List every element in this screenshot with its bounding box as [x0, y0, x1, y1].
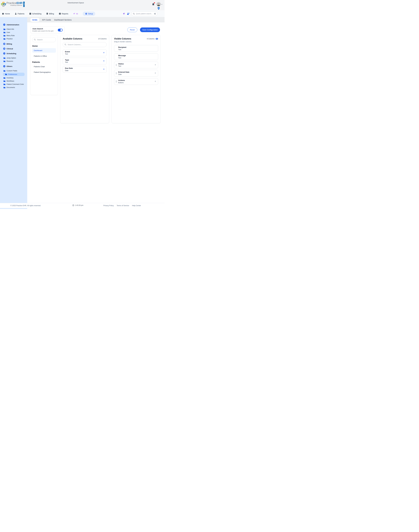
calendar-icon — [29, 13, 31, 15]
folder-icon — [5, 74, 7, 75]
expand-icon — [3, 48, 5, 50]
folder-icon — [3, 32, 5, 33]
visible-column-actions[interactable]: Actions Buttons ✕ — [114, 78, 158, 85]
grid-nav-item-patients-chart[interactable]: Patients Chart — [32, 64, 56, 69]
search-filter-icon[interactable] — [154, 13, 156, 15]
folder-icon — [3, 57, 5, 59]
remove-column-icon[interactable]: ✕ — [155, 80, 156, 82]
sidebar-item-user[interactable]: User — [0, 31, 27, 34]
app-logo[interactable]: Practice EHR Simplifying Healthcare Pro — [1, 1, 25, 7]
sidebar-item-reasons[interactable]: Reasons — [0, 60, 27, 63]
remove-column-icon[interactable]: ✕ — [155, 64, 156, 66]
notification-dot — [154, 2, 155, 3]
expand-icon — [3, 43, 5, 45]
grid-nav-item-dashboard[interactable]: Dashboard — [32, 48, 56, 53]
link-terms-of-service[interactable]: Terms of Service — [117, 205, 129, 206]
sidebar-item-custom-fields[interactable]: Custom Fields — [0, 69, 27, 72]
sidebar-item-preferences[interactable]: Preferences — [3, 73, 25, 76]
sidebar-item-inventory[interactable]: Inventory — [0, 76, 27, 79]
drag-handle-icon[interactable] — [116, 64, 117, 66]
grid-nav-panel: Home Dashboard Patients in Office Patien… — [30, 35, 58, 95]
search-icon — [34, 38, 36, 41]
app-footer: © 2025 Practice EHR. All rights reserved… — [0, 203, 165, 208]
save-configuration-button[interactable]: Save Configuration — [140, 27, 160, 32]
location-pin-icon[interactable] — [157, 7, 160, 10]
folder-icon — [3, 80, 5, 82]
sidebar-section-billing[interactable]: Billing — [0, 43, 27, 45]
sidebar-item-documents[interactable]: Documents — [0, 86, 27, 89]
sidebar-item-jump-option[interactable]: Jump Option — [0, 56, 27, 60]
grid-nav-item-patients-in-office[interactable]: Patients in Office — [32, 54, 56, 58]
folder-icon — [3, 87, 5, 89]
eye-icon[interactable] — [156, 38, 158, 40]
available-column-due-date[interactable]: Due Date Date + — [63, 66, 107, 73]
home-icon — [2, 13, 4, 15]
drag-handle-icon[interactable] — [116, 72, 117, 74]
nav-item-reports[interactable]: Reports — [59, 13, 68, 15]
user-avatar[interactable] — [157, 2, 161, 6]
ai-assist-sparkle-icon[interactable] — [123, 13, 125, 15]
visible-column-entered-date[interactable]: Entered Date Date ✕ — [114, 70, 158, 76]
folder-icon — [3, 77, 5, 79]
patients-icon — [15, 13, 17, 15]
nav-item-home[interactable]: Home — [2, 13, 10, 15]
nav-item-ai[interactable]: AI — [73, 13, 78, 15]
nav-item-billing[interactable]: $ Billing — [46, 13, 54, 15]
drag-handle-icon[interactable] — [116, 80, 117, 83]
grid-nav-item-patient-demographics[interactable]: Patient Demographics — [32, 70, 56, 74]
quick-patient-search — [131, 12, 157, 16]
sidebar-item-patient-comment-color[interactable]: Patient Comment Color — [0, 83, 27, 86]
available-columns-panel: Available Columns 10 Columns Event Text … — [60, 35, 109, 123]
setup-tab-bar: Grids KPI Cards Dashboard Sections — [27, 17, 165, 22]
grid-nav-search — [32, 37, 56, 42]
reset-button[interactable]: Reset — [127, 27, 137, 32]
auto-search-toggle[interactable] — [58, 29, 63, 31]
group-heading-home: Home — [32, 45, 56, 47]
sidebar-item-practice[interactable]: Practice — [0, 37, 27, 40]
tab-grids[interactable]: Grids — [30, 18, 39, 22]
tab-dashboard-sections[interactable]: Dashboard Sections — [54, 18, 72, 22]
visible-columns-title: Visible Columns — [114, 38, 131, 40]
group-heading-patients: Patients — [32, 61, 56, 63]
add-column-icon[interactable]: + — [103, 51, 105, 54]
columns-search-input[interactable] — [63, 42, 107, 47]
auto-search-card: Auto Search Enable auto search for the g… — [30, 26, 65, 33]
notification-bell-icon[interactable] — [152, 3, 155, 6]
sidebar-item-menu-role[interactable]: Menu Role — [0, 34, 27, 37]
logo-text-ehr: EHR — [16, 1, 22, 5]
visible-column-recipient[interactable]: Recipient Text — [114, 45, 158, 52]
app-header: Practice EHR Simplifying Healthcare Pro … — [0, 0, 165, 10]
logo-text-practice: Practice — [6, 1, 16, 5]
nav-item-setup[interactable]: Setup — [83, 12, 95, 16]
quick-patient-search-input[interactable] — [131, 12, 157, 16]
link-privacy-policy[interactable]: Privacy Policy — [103, 205, 114, 206]
sidebar-section-others[interactable]: Others — [0, 65, 27, 67]
add-column-icon[interactable]: + — [103, 60, 105, 62]
sidebar-item-workflows[interactable]: Workflows — [0, 79, 27, 83]
collapse-icon — [3, 65, 5, 67]
available-column-type[interactable]: Type Text + — [63, 58, 107, 64]
search-icon — [133, 13, 135, 15]
available-column-event[interactable]: Event Text + — [63, 50, 107, 56]
clock-icon — [72, 204, 74, 206]
search-icon — [64, 43, 66, 46]
add-patient-icon[interactable] — [127, 13, 130, 15]
visible-column-status[interactable]: Status Text ✕ — [114, 62, 158, 68]
sidebar-section-administration[interactable]: Administration — [0, 24, 27, 26]
folder-icon — [3, 38, 5, 40]
sidebar-item-client-info[interactable]: Client Info — [0, 28, 27, 31]
nav-item-patients[interactable]: Patients — [15, 13, 25, 15]
add-column-icon[interactable]: + — [103, 68, 105, 71]
visible-column-message[interactable]: Message Text — [114, 53, 158, 60]
link-help-center[interactable]: Help Center — [132, 205, 141, 206]
sidebar-section-scheduling[interactable]: Scheduling — [0, 52, 27, 54]
main-content: Auto Search Enable auto search for the g… — [27, 22, 165, 203]
reports-icon — [59, 13, 61, 15]
nav-item-scheduling[interactable]: Scheduling — [29, 13, 41, 15]
visible-columns-panel: Visible Columns 8 Columns Drag to reorde… — [112, 35, 161, 123]
chevron-down-icon[interactable] — [161, 3, 163, 5]
collapse-icon — [3, 24, 5, 26]
tab-kpi-cards[interactable]: KPI Cards — [42, 18, 51, 22]
sidebar-section-clinical[interactable]: Clinical — [0, 48, 27, 50]
remove-column-icon[interactable]: ✕ — [155, 72, 156, 74]
